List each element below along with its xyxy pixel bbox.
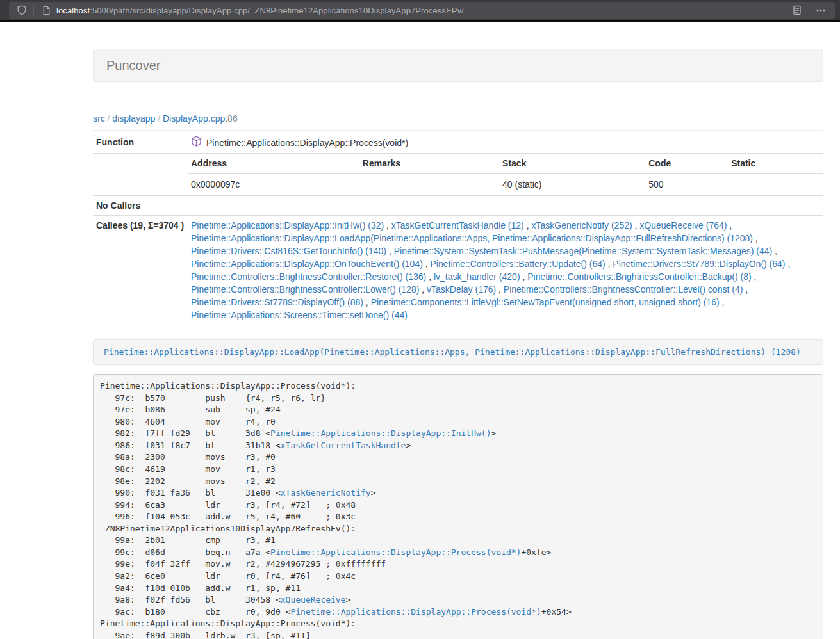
cube-icon bbox=[191, 136, 202, 150]
column-header-address: Address bbox=[188, 154, 359, 174]
callee-link[interactable]: Pinetime::Controllers::BrightnessControl… bbox=[191, 284, 419, 295]
column-header-code: Code bbox=[645, 154, 728, 174]
no-callers-label: No Callers bbox=[93, 196, 188, 216]
breadcrumb-line-number: :86 bbox=[225, 113, 237, 124]
function-label: Function bbox=[93, 133, 188, 154]
breadcrumb-separator: / bbox=[105, 113, 113, 124]
callee-link[interactable]: lv_task_handler (420) bbox=[434, 271, 520, 282]
callee-link[interactable]: Pinetime::Applications::DisplayApp::Load… bbox=[191, 233, 753, 243]
code-symbol-link[interactable]: xTaskGetCurrentTaskHandle bbox=[281, 441, 406, 450]
code-symbol-link[interactable]: xTaskGenericNotify bbox=[281, 488, 371, 497]
callee-link[interactable]: Pinetime::Controllers::BrightnessControl… bbox=[504, 284, 743, 295]
page-content: Puncover src / displayapp / DisplayApp.c… bbox=[93, 22, 823, 639]
highlighted-callee-link[interactable]: Pinetime::Applications::DisplayApp::Load… bbox=[104, 347, 801, 357]
callee-link[interactable]: xTaskGetCurrentTaskHandle (12) bbox=[391, 220, 524, 231]
callee-link[interactable]: Pinetime::Drivers::St7789::DisplayOn() (… bbox=[613, 259, 785, 269]
callee-link[interactable]: Pinetime::Applications::DisplayApp::OnTo… bbox=[191, 259, 423, 269]
url-host: localhost bbox=[56, 6, 90, 15]
column-header-static: Static bbox=[728, 154, 823, 174]
callee-link[interactable]: vTaskDelay (176) bbox=[427, 284, 496, 295]
callees-list: Pinetime::Applications::DisplayApp::Init… bbox=[188, 216, 823, 325]
function-details-row: Address Remarks Stack Code Static 0x0000… bbox=[93, 154, 823, 196]
callee-link[interactable]: Pinetime::Controllers::Battery::Update()… bbox=[431, 259, 605, 269]
function-table: Function Pinetime::Applications::Display… bbox=[93, 133, 823, 325]
callee-link[interactable]: Pinetime::Applications::Screens::Timer::… bbox=[191, 310, 408, 320]
divider bbox=[93, 130, 823, 131]
callee-link[interactable]: Pinetime::Controllers::BrightnessControl… bbox=[191, 271, 426, 282]
highlighted-callee-well: Pinetime::Applications::DisplayApp::Load… bbox=[93, 339, 823, 365]
assembly-code: Pinetime::Applications::DisplayApp::Proc… bbox=[93, 374, 823, 639]
code-symbol-link[interactable]: Pinetime::Applications::DisplayApp::Init… bbox=[270, 428, 491, 438]
breadcrumb-separator: / bbox=[155, 113, 163, 124]
callee-link[interactable]: Pinetime::Drivers::Cst816S::GetTouchInfo… bbox=[191, 246, 386, 256]
function-stats-table: Address Remarks Stack Code Static 0x0000… bbox=[188, 154, 823, 195]
code-value: 500 bbox=[645, 174, 728, 196]
callee-link[interactable]: xTaskGenericNotify (252) bbox=[531, 220, 632, 231]
callee-link[interactable]: xQueueReceive (764) bbox=[639, 220, 727, 231]
urlbar-separator bbox=[33, 5, 34, 15]
stack-value: 40 (static) bbox=[499, 174, 645, 196]
function-row: Function Pinetime::Applications::Display… bbox=[93, 133, 823, 154]
url-path: :5000/path/src/displayapp/DisplayApp.cpp… bbox=[90, 6, 464, 15]
function-stats-row: 0x0000097c 40 (static) 500 bbox=[188, 174, 823, 196]
code-symbol-link[interactable]: Pinetime::Applications::DisplayApp::Proc… bbox=[270, 547, 521, 557]
page-title: Puncover bbox=[106, 58, 161, 72]
remarks-value bbox=[359, 174, 499, 196]
more-menu-icon[interactable] bbox=[811, 5, 831, 15]
callees-label: Callees (19, Σ=3704 ) bbox=[93, 216, 188, 325]
browser-chrome: localhost:5000/path/src/displayapp/Displ… bbox=[0, 0, 840, 22]
breadcrumb-link[interactable]: displayapp bbox=[112, 113, 155, 124]
code-symbol-link[interactable]: xQueueReceive bbox=[281, 595, 346, 604]
shield-icon[interactable] bbox=[13, 5, 32, 15]
url-bar[interactable]: localhost:5000/path/src/displayapp/Displ… bbox=[9, 2, 835, 19]
callee-link[interactable]: Pinetime::Applications::DisplayApp::Init… bbox=[191, 220, 384, 231]
page-title-panel: Puncover bbox=[93, 49, 823, 82]
callee-link[interactable]: Pinetime::Drivers::St7789::DisplayOff() … bbox=[191, 297, 363, 307]
function-name: Pinetime::Applications::DisplayApp::Proc… bbox=[206, 136, 408, 149]
callee-link[interactable]: Pinetime::Components::LittleVgl::SetNewT… bbox=[371, 297, 720, 307]
urlbar-separator bbox=[809, 5, 809, 15]
url-text[interactable]: localhost:5000/path/src/displayapp/Displ… bbox=[56, 6, 787, 15]
column-header-remarks: Remarks bbox=[359, 154, 499, 174]
page-icon[interactable] bbox=[42, 6, 51, 15]
static-value bbox=[728, 174, 823, 196]
no-callers-row: No Callers bbox=[93, 196, 823, 216]
breadcrumb: src / displayapp / DisplayApp.cpp:86 bbox=[93, 112, 823, 125]
address-value: 0x0000097c bbox=[188, 174, 359, 196]
callee-link[interactable]: Pinetime::Controllers::BrightnessControl… bbox=[527, 271, 751, 282]
column-header-stack: Stack bbox=[499, 154, 645, 174]
empty-label bbox=[93, 154, 188, 196]
breadcrumb-link[interactable]: src bbox=[93, 113, 105, 124]
callees-row: Callees (19, Σ=3704 ) Pinetime::Applicat… bbox=[93, 216, 823, 325]
code-symbol-link[interactable]: Pinetime::Applications::DisplayApp::Proc… bbox=[290, 607, 541, 617]
callee-link[interactable]: Pinetime::System::SystemTask::PushMessag… bbox=[394, 246, 773, 256]
breadcrumb-link[interactable]: DisplayApp.cpp bbox=[163, 113, 225, 124]
reader-mode-icon[interactable] bbox=[787, 5, 807, 15]
